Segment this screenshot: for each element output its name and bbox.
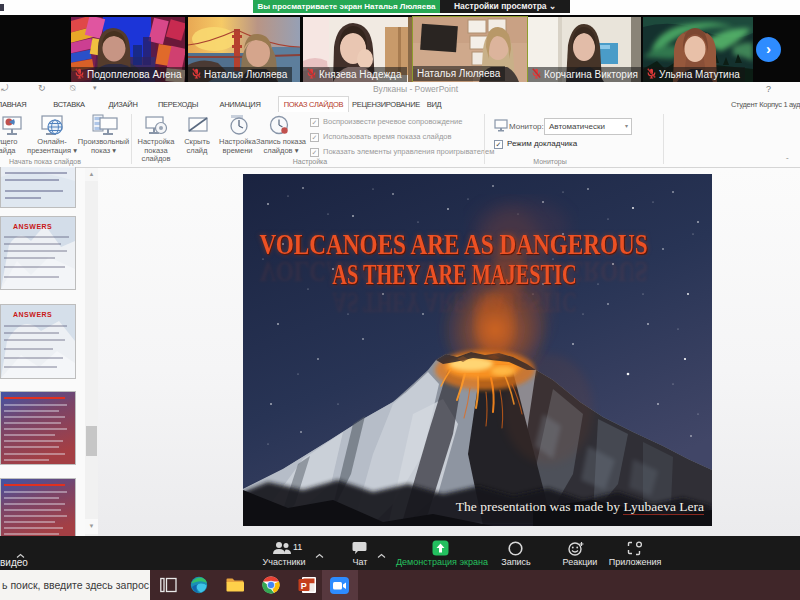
svg-text:P: P xyxy=(301,581,307,591)
svg-text:ANSWERS: ANSWERS xyxy=(13,311,52,318)
svg-text:ANSWERS: ANSWERS xyxy=(13,223,52,230)
